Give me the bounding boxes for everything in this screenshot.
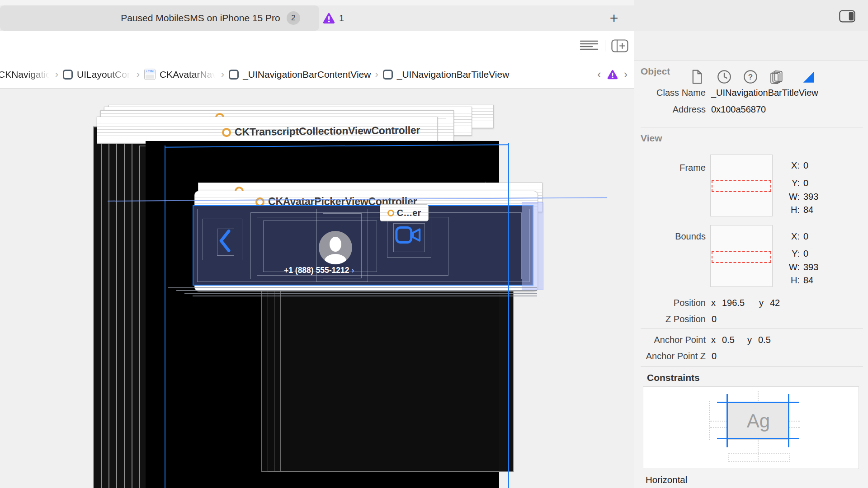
constraints-section-header: Constraints bbox=[647, 372, 700, 383]
bounds-x-key: X: bbox=[765, 231, 800, 242]
anchor-point-z-value[interactable]: 0 bbox=[712, 351, 717, 361]
constraint-line-right[interactable] bbox=[788, 394, 789, 447]
jumpbar-warning-icon[interactable] bbox=[607, 70, 618, 80]
inspector-panel: ? Object Class Name _UINavigationBarTitl… bbox=[634, 0, 868, 488]
breadcrumb-navbartitleview[interactable]: _UINavigationBarTitleView bbox=[383, 69, 509, 80]
breadcrumb-navbarcontentview[interactable]: _UINavigationBarContentView › bbox=[229, 69, 378, 80]
address-value[interactable]: 0x100a56870 bbox=[711, 104, 766, 115]
constraint-line-left[interactable] bbox=[726, 394, 728, 447]
view-section-header: View bbox=[641, 133, 662, 144]
panel-divider[interactable] bbox=[634, 0, 634, 488]
class-name-value[interactable]: _UINavigationBarTitleView bbox=[711, 88, 818, 98]
constraints-preview: Ag bbox=[643, 386, 859, 469]
runtime-issues-button[interactable]: 1 bbox=[323, 5, 344, 31]
back-chevron-button[interactable]: ‹ bbox=[597, 68, 601, 81]
navigation-bar-icon: ‹ Title bbox=[144, 69, 156, 80]
bounds-rect-indicator bbox=[712, 251, 771, 263]
frame-h-key: H: bbox=[765, 205, 800, 215]
tab-title: Paused MobileSMS on iPhone 15 Pro bbox=[121, 13, 280, 23]
editor-toolbar bbox=[0, 31, 634, 61]
anchor-point-z-label: Anchor Point Z bbox=[634, 351, 706, 361]
bounds-y-key: Y: bbox=[765, 249, 800, 259]
collapsed-controller-card[interactable]: C…er bbox=[380, 204, 429, 221]
toggle-inspector-icon[interactable] bbox=[839, 10, 856, 23]
constraints-ag-preview: Ag bbox=[727, 403, 789, 440]
z-position-value[interactable]: 0 bbox=[712, 314, 717, 324]
position-x-value[interactable]: 196.5 bbox=[722, 298, 745, 308]
frame-x-value[interactable]: 0 bbox=[803, 160, 808, 171]
file-inspector-icon[interactable] bbox=[690, 70, 704, 84]
constraints-group-label: Horizontal bbox=[646, 474, 687, 485]
breadcrumb-ckavatarnavbar[interactable]: ‹ Title CKAvatarNav › bbox=[144, 69, 224, 80]
anchor-y-value[interactable]: 0.5 bbox=[758, 335, 771, 345]
frame-diagram bbox=[710, 155, 773, 216]
back-chevron-icon[interactable] bbox=[218, 230, 231, 252]
history-inspector-icon[interactable] bbox=[717, 70, 731, 84]
stacked-edge-line bbox=[168, 287, 537, 288]
bounds-diagram bbox=[710, 225, 773, 287]
breadcrumb-separator: › bbox=[137, 69, 140, 80]
view-icon bbox=[229, 70, 239, 80]
svg-text:?: ? bbox=[748, 72, 753, 81]
add-editor-icon[interactable] bbox=[611, 39, 628, 52]
selection-outline-right bbox=[508, 143, 509, 488]
transcript-controller-label: CKTranscriptCollectionViewController bbox=[235, 124, 420, 138]
stacked-edge-line bbox=[176, 290, 537, 291]
bounds-w-value[interactable]: 393 bbox=[803, 262, 818, 272]
selection-outline-left bbox=[165, 145, 165, 488]
section-divider bbox=[641, 127, 863, 127]
frame-w-value[interactable]: 393 bbox=[803, 192, 818, 202]
stacked-edge-line bbox=[184, 293, 537, 294]
bounds-x-value[interactable]: 0 bbox=[803, 231, 808, 242]
add-tab-button[interactable]: + bbox=[604, 5, 624, 31]
navigation-bar-view[interactable]: +1 (888) 555-1212 › bbox=[193, 205, 533, 286]
toolbar-divider bbox=[605, 40, 605, 52]
constraint-line-bottom[interactable] bbox=[717, 438, 799, 439]
bounds-h-value[interactable]: 84 bbox=[803, 275, 813, 286]
contact-phone-label[interactable]: +1 (888) 555-1212 › bbox=[284, 266, 354, 275]
frame-y-value[interactable]: 0 bbox=[803, 178, 808, 188]
z-position-label: Z Position bbox=[634, 314, 706, 324]
video-camera-icon[interactable] bbox=[395, 226, 421, 244]
position-y-value[interactable]: 42 bbox=[770, 298, 780, 308]
detail-chevron: › bbox=[351, 266, 354, 275]
editor-options-icon[interactable] bbox=[580, 40, 599, 52]
breadcrumb-cknavigation[interactable]: CKNavigatio › bbox=[0, 69, 58, 80]
breadcrumb-separator: › bbox=[375, 69, 378, 80]
tab-debug-session[interactable]: Paused MobileSMS on iPhone 15 Pro 2 bbox=[0, 5, 319, 31]
anchor-x-value[interactable]: 0.5 bbox=[722, 335, 735, 345]
breadcrumb-separator: › bbox=[55, 69, 58, 80]
frame-h-value[interactable]: 84 bbox=[803, 205, 813, 215]
view-icon bbox=[63, 70, 73, 80]
breadcrumb-label: CKAvatarNav bbox=[160, 69, 217, 80]
stacked-edge-line bbox=[193, 296, 537, 296]
class-name-label: Class Name bbox=[634, 88, 706, 98]
occluded-label-line bbox=[229, 115, 446, 115]
frame-rect-indicator bbox=[712, 180, 771, 192]
address-label: Address bbox=[634, 104, 706, 115]
breadcrumb-uilayoutcontainer[interactable]: UILayoutCon › bbox=[63, 69, 140, 80]
anchor-point-label: Anchor Point bbox=[634, 335, 706, 345]
transcript-controller-card[interactable]: CKTranscriptCollectionViewController bbox=[97, 117, 438, 144]
forward-chevron-button[interactable]: › bbox=[624, 68, 627, 81]
view-controller-icon bbox=[222, 128, 231, 137]
contact-avatar[interactable] bbox=[319, 231, 352, 264]
bounds-y-value[interactable]: 0 bbox=[803, 249, 808, 259]
tab-badge: 2 bbox=[287, 11, 300, 25]
quick-help-inspector-icon[interactable]: ? bbox=[743, 70, 758, 84]
hierarchy-inspector-icon[interactable] bbox=[770, 70, 784, 84]
view-hierarchy-canvas[interactable]: CKTranscriptCollectionViewController CKA… bbox=[0, 89, 634, 488]
constraint-line-top[interactable] bbox=[717, 402, 799, 403]
view-controller-icon bbox=[387, 210, 394, 216]
anchor-y-key: y bbox=[747, 335, 752, 345]
inspector-tab-strip: ? bbox=[634, 31, 868, 61]
breadcrumb-separator: › bbox=[221, 69, 224, 80]
bounds-h-key: H: bbox=[765, 275, 800, 286]
section-divider bbox=[641, 366, 863, 367]
inspector-titlebar bbox=[634, 0, 868, 31]
anchor-x-key: x bbox=[711, 335, 716, 345]
size-inspector-icon[interactable] bbox=[801, 70, 816, 84]
avatar-head bbox=[330, 237, 341, 252]
highlighted-subview-overlay bbox=[522, 202, 543, 290]
position-y-key: y bbox=[759, 298, 764, 308]
